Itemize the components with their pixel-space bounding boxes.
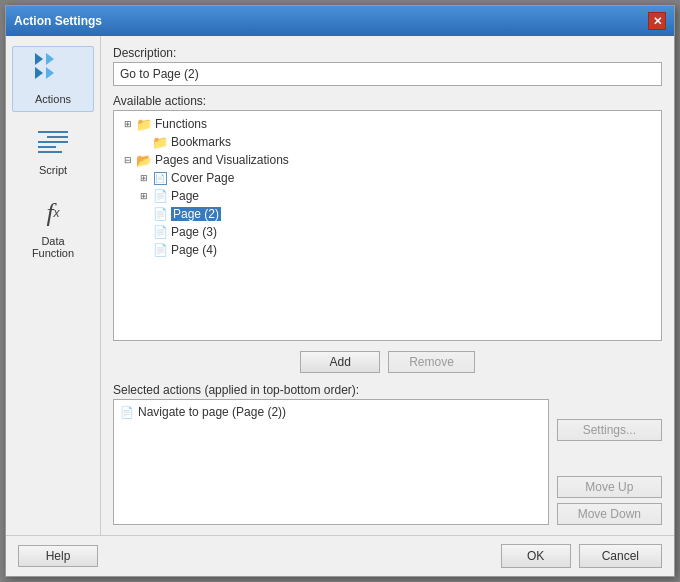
- page-icon-page3: 📄: [152, 225, 168, 239]
- sidebar-item-actions[interactable]: Actions: [12, 46, 94, 112]
- description-section: Description:: [113, 46, 662, 86]
- ok-button[interactable]: OK: [501, 544, 571, 568]
- description-input[interactable]: [113, 62, 662, 86]
- selected-list-container: 📄 Navigate to page (Page (2)): [113, 399, 549, 525]
- expander-functions[interactable]: ⊞: [120, 116, 136, 132]
- datafunction-icon: fx: [35, 195, 71, 231]
- move-down-button[interactable]: Move Down: [557, 503, 662, 525]
- remove-button[interactable]: Remove: [388, 351, 475, 373]
- description-label: Description:: [113, 46, 662, 60]
- actions-icon: [35, 53, 71, 89]
- selected-actions-label: Selected actions (applied in top-bottom …: [113, 383, 662, 397]
- add-button[interactable]: Add: [300, 351, 380, 373]
- available-actions-section: Available actions: ⊞ 📁 Functions ⊞: [113, 94, 662, 341]
- close-button[interactable]: ✕: [648, 12, 666, 30]
- expander-pages[interactable]: ⊟: [120, 152, 136, 168]
- tree-item-page2[interactable]: ⊞ 📄 Page (2): [116, 205, 659, 223]
- sidebar-item-script[interactable]: Script: [12, 117, 94, 183]
- right-action-buttons: Settings... Move Up Move Down: [557, 399, 662, 525]
- available-actions-tree[interactable]: ⊞ 📁 Functions ⊞ 📁 Bookmarks: [113, 110, 662, 341]
- tree-label-page4: Page (4): [171, 243, 217, 257]
- expander-page1[interactable]: ⊞: [136, 188, 152, 204]
- tree-item-page1[interactable]: ⊞ 📄 Page: [116, 187, 659, 205]
- sidebar-item-script-label: Script: [39, 164, 67, 176]
- right-content: Description: Available actions: ⊞ 📁 Func…: [101, 36, 674, 535]
- selected-item-label-0: Navigate to page (Page (2)): [138, 405, 286, 419]
- tree-label-functions: Functions: [155, 117, 207, 131]
- page-icon-page1: 📄: [152, 189, 168, 203]
- left-sidebar: Actions Script fx: [6, 36, 101, 535]
- selected-list[interactable]: 📄 Navigate to page (Page (2)): [113, 399, 549, 525]
- action-settings-dialog: Action Settings ✕: [5, 5, 675, 577]
- tree-label-bookmarks: Bookmarks: [171, 135, 231, 149]
- help-button[interactable]: Help: [18, 545, 98, 567]
- sidebar-item-actions-label: Actions: [35, 93, 71, 105]
- settings-button[interactable]: Settings...: [557, 419, 662, 441]
- move-up-button[interactable]: Move Up: [557, 476, 662, 498]
- bottom-right-buttons: OK Cancel: [501, 544, 662, 568]
- page-icon-coverpage: 📄: [152, 171, 168, 185]
- tree-item-coverpage[interactable]: ⊞ 📄 Cover Page: [116, 169, 659, 187]
- expander-coverpage[interactable]: ⊞: [136, 170, 152, 186]
- tree-label-page3: Page (3): [171, 225, 217, 239]
- tree-item-page4[interactable]: ⊞ 📄 Page (4): [116, 241, 659, 259]
- dialog-title: Action Settings: [14, 14, 102, 28]
- tree-item-page3[interactable]: ⊞ 📄 Page (3): [116, 223, 659, 241]
- tree-item-functions[interactable]: ⊞ 📁 Functions: [116, 115, 659, 133]
- selected-actions-section: Selected actions (applied in top-bottom …: [113, 383, 662, 525]
- tree-item-bookmarks[interactable]: ⊞ 📁 Bookmarks: [116, 133, 659, 151]
- folder-icon-functions: 📁: [136, 117, 152, 131]
- cancel-button[interactable]: Cancel: [579, 544, 662, 568]
- add-remove-row: Add Remove: [113, 351, 662, 373]
- selected-item-icon-0: 📄: [120, 406, 134, 419]
- available-actions-label: Available actions:: [113, 94, 662, 108]
- title-bar: Action Settings ✕: [6, 6, 674, 36]
- folder-icon-pages: 📂: [136, 153, 152, 167]
- page-icon-page4: 📄: [152, 243, 168, 257]
- tree-label-pages: Pages and Visualizations: [155, 153, 289, 167]
- tree-label-page2: Page (2): [171, 207, 221, 221]
- tree-label-page1: Page: [171, 189, 199, 203]
- sidebar-item-datafunction[interactable]: fx Data Function: [12, 188, 94, 266]
- selected-item-0[interactable]: 📄 Navigate to page (Page (2)): [116, 403, 546, 421]
- selected-actions-body: 📄 Navigate to page (Page (2)) Settings..…: [113, 399, 662, 525]
- bottom-bar: Help OK Cancel: [6, 535, 674, 576]
- tree-item-pages[interactable]: ⊟ 📂 Pages and Visualizations: [116, 151, 659, 169]
- script-icon: [35, 124, 71, 160]
- page-icon-page2: 📄: [152, 207, 168, 221]
- folder-icon-bookmarks: 📁: [152, 135, 168, 149]
- sidebar-item-datafunction-label: Data Function: [21, 235, 85, 259]
- tree-label-coverpage: Cover Page: [171, 171, 234, 185]
- dialog-body: Actions Script fx: [6, 36, 674, 535]
